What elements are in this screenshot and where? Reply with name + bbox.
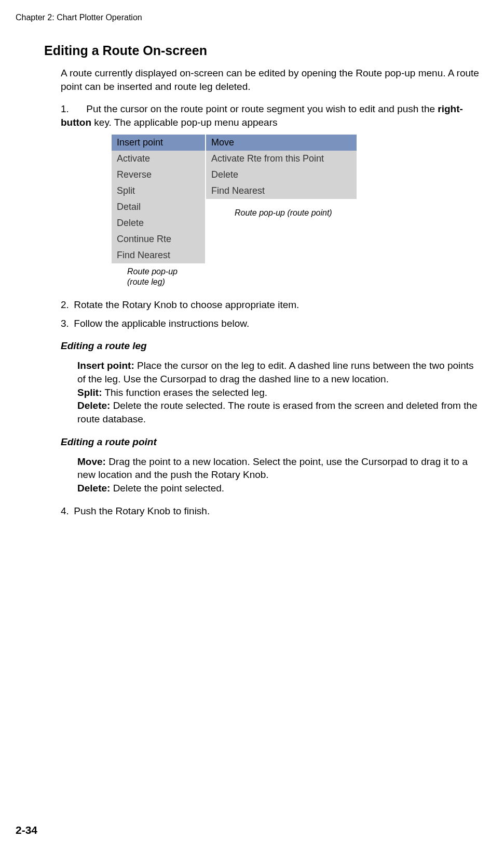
step-2: 2. Rotate the Rotary Knob to choose appr…	[61, 298, 481, 312]
step-3-number: 3.	[61, 317, 71, 330]
route-leg-menu-column: Insert point Activate Reverse Split Deta…	[112, 135, 205, 288]
route-point-caption: Route pop-up (route point)	[235, 208, 357, 218]
step-2-text: Rotate the Rotary Knob to choose appropr…	[74, 299, 299, 310]
step-3: 3. Follow the applicable instructions be…	[61, 317, 481, 330]
menu-item-find-nearest-point: Find Nearest	[206, 183, 357, 199]
step-4-number: 4.	[61, 504, 71, 518]
route-leg-caption-line2: (route leg)	[127, 277, 165, 286]
route-leg-caption-line1: Route pop-up	[127, 267, 178, 276]
step-1: 1. Put the cursor on the route point or …	[61, 102, 481, 129]
insert-point-text: Place the cursor on the leg to edit. A d…	[77, 360, 474, 384]
menu-item-delete-leg: Delete	[112, 215, 205, 231]
subsection-point-body: Move: Drag the point to a new location. …	[77, 455, 481, 495]
step-4: 4. Push the Rotary Knob to finish.	[61, 504, 481, 518]
page-number: 2-34	[16, 824, 37, 836]
section-title: Editing a Route On-screen	[44, 43, 481, 58]
step-4-text: Push the Rotary Knob to finish.	[74, 505, 210, 516]
step-3-text: Follow the applicable instructions below…	[74, 318, 249, 329]
delete-point-text: Delete the point selected.	[110, 483, 224, 494]
step-1-number: 1.	[61, 102, 71, 116]
route-leg-caption: Route pop-up (route leg)	[127, 267, 205, 288]
menu-item-delete-point: Delete	[206, 167, 357, 183]
insert-point-label: Insert point:	[77, 360, 134, 371]
delete-point-label: Delete:	[77, 483, 110, 494]
chapter-header: Chapter 2: Chart Plotter Operation	[0, 0, 504, 22]
menu-item-continue-rte: Continue Rte	[112, 231, 205, 247]
move-text: Drag the point to a new location. Select…	[77, 456, 468, 481]
step-1-text-after: key. The applicable pop-up menu appears	[91, 117, 277, 128]
main-content: Editing a Route On-screen A route curren…	[0, 22, 504, 517]
route-point-popup-menu: Move Activate Rte from this Point Delete…	[206, 135, 357, 199]
menu-item-insert-point: Insert point	[112, 135, 205, 151]
subsection-leg-title: Editing a route leg	[61, 340, 481, 352]
menu-item-activate-rte-point: Activate Rte from this Point	[206, 151, 357, 167]
move-label: Move:	[77, 456, 106, 467]
delete-leg-text: Delete the route selected. The route is …	[77, 400, 478, 424]
route-leg-popup-menu: Insert point Activate Reverse Split Deta…	[112, 135, 205, 263]
delete-leg-label: Delete:	[77, 400, 110, 411]
menu-item-move: Move	[206, 135, 357, 151]
split-text: This function erases the selected leg.	[102, 387, 268, 398]
menu-item-reverse: Reverse	[112, 167, 205, 183]
subsection-point-title: Editing a route point	[61, 436, 481, 448]
menu-item-activate: Activate	[112, 151, 205, 167]
menu-item-find-nearest-leg: Find Nearest	[112, 247, 205, 263]
popup-menus-figure: Insert point Activate Reverse Split Deta…	[112, 135, 481, 288]
step-2-number: 2.	[61, 298, 71, 312]
step-1-text-before: Put the cursor on the route point or rou…	[86, 103, 438, 114]
menu-item-split: Split	[112, 183, 205, 199]
intro-paragraph: A route currently displayed on-screen ca…	[61, 66, 481, 93]
subsection-leg-body: Insert point: Place the cursor on the le…	[77, 359, 481, 425]
menu-item-detail: Detail	[112, 199, 205, 215]
route-point-menu-column: Move Activate Rte from this Point Delete…	[206, 135, 357, 218]
split-label: Split:	[77, 387, 102, 398]
